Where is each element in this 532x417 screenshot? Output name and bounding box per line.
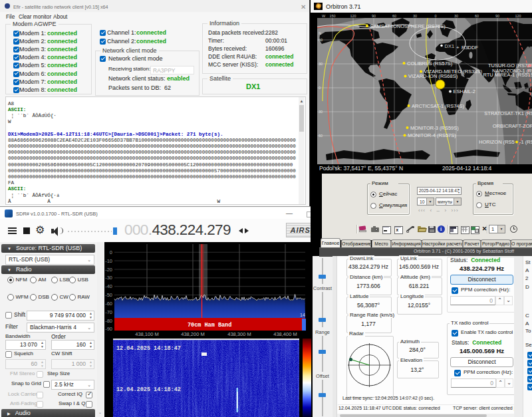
svg-text:438,100 M: 438,100 M xyxy=(135,331,158,337)
svg-text:ESHAIL-2: ESHAIL-2 xyxy=(454,88,475,94)
svg-text:+: + xyxy=(456,45,460,51)
svg-text:-90: -90 xyxy=(105,326,112,332)
svg-text:90: 90 xyxy=(372,14,376,18)
svg-text:438,400 M: 438,400 M xyxy=(273,331,297,337)
svg-text:70cm Ham Band: 70cm Ham Band xyxy=(188,322,231,329)
svg-text:W: W xyxy=(322,14,326,18)
svg-text:-20: -20 xyxy=(105,267,112,273)
svg-text:MONITOR-4 (RS57S): MONITOR-4 (RS57S) xyxy=(408,132,456,138)
svg-text:30: 30 xyxy=(319,62,323,66)
svg-text:N: N xyxy=(319,31,321,35)
svg-text:-30: -30 xyxy=(105,275,112,281)
svg-text:12.04.2025 14:18:47: 12.04.2025 14:18:47 xyxy=(116,345,181,352)
svg-text:-60: -60 xyxy=(105,301,112,307)
svg-text:ORBICRAFT-ZORKIY: ORBICRAFT-ZORKIY xyxy=(493,123,532,129)
svg-text:30: 30 xyxy=(319,110,323,114)
svg-text:438,300 M: 438,300 M xyxy=(227,331,251,337)
svg-text:COLIBRI-S (RS57S): COLIBRI-S (RS57S) xyxy=(407,61,453,67)
svg-text:STRATOSAT-TK1 (RS52: STRATOSAT-TK1 (RS52 xyxy=(484,110,532,116)
svg-text:DX1: DX1 xyxy=(445,43,455,49)
svg-text:SAMSAT-IONOSPHERE (RS76S): SAMSAT-IONOSPHERE (RS76S) xyxy=(370,23,446,29)
svg-text:-10: -10 xyxy=(105,258,112,264)
svg-text:30: 30 xyxy=(454,14,458,18)
svg-text:0: 0 xyxy=(434,14,436,18)
svg-text:120: 120 xyxy=(350,14,356,18)
svg-text:0: 0 xyxy=(110,249,112,255)
svg-text:438,200 M: 438,200 M xyxy=(181,331,204,337)
svg-text:60: 60 xyxy=(392,14,396,18)
svg-text:R3DDF: R3DDF xyxy=(462,45,478,51)
svg-text:-1 (RS5: -1 (RS5 xyxy=(519,139,532,145)
svg-text:30: 30 xyxy=(413,14,417,18)
svg-text:60: 60 xyxy=(475,14,479,18)
svg-text:MONITOR-3 (RS59S): MONITOR-3 (RS59S) xyxy=(410,125,459,131)
svg-text:-70: -70 xyxy=(105,309,112,315)
svg-text:12.04.2025 14:18:42: 12.04.2025 14:18:42 xyxy=(116,386,181,393)
svg-text:60: 60 xyxy=(319,134,323,138)
svg-text:ARCTICSAT-1 (RS74S): ARCTICSAT-1 (RS74S) xyxy=(412,103,465,109)
svg-text:0: 0 xyxy=(319,86,321,90)
svg-text:-40: -40 xyxy=(105,283,112,289)
svg-text:-50: -50 xyxy=(105,292,112,298)
svg-text:HORIZON (RS5: HORIZON (RS5 xyxy=(479,139,515,145)
svg-text:14: 14 xyxy=(300,313,305,317)
svg-text:RTU MIREA-1 (RS51S): RTU MIREA-1 (RS51S) xyxy=(483,72,532,78)
svg-text:150: 150 xyxy=(329,14,335,18)
svg-text:VIZARD-ION (RS68S): VIZARD-ION (RS68S) xyxy=(408,73,458,79)
svg-text:60: 60 xyxy=(319,38,323,42)
svg-text:90: 90 xyxy=(495,14,499,18)
svg-text:-80: -80 xyxy=(105,318,112,324)
svg-text:120: 120 xyxy=(515,14,521,18)
